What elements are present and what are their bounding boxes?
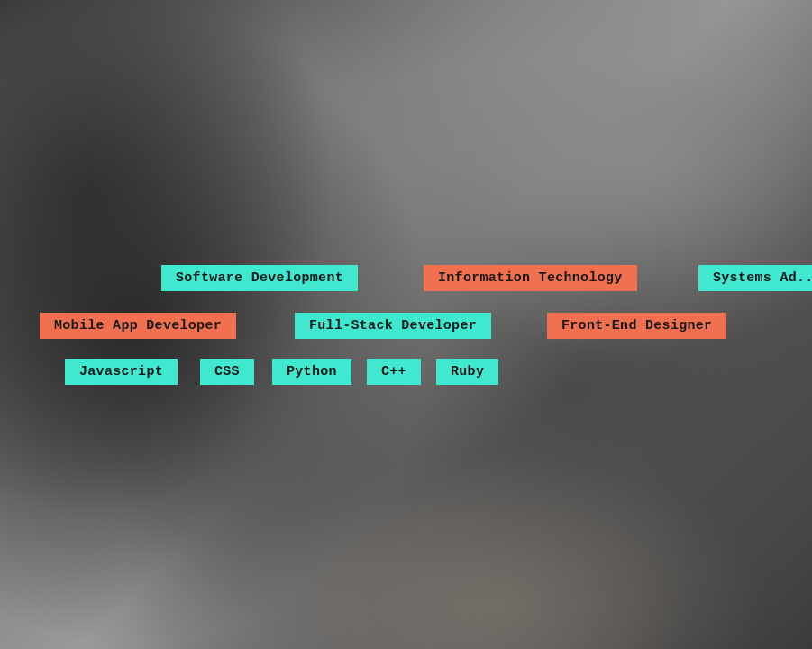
tag-python[interactable]: Python (272, 359, 351, 385)
tag-systems-admin[interactable]: Systems Ad... (698, 265, 812, 291)
tag-cpp[interactable]: C++ (367, 359, 421, 385)
tag-javascript[interactable]: Javascript (65, 359, 178, 385)
tag-fullstack-developer[interactable]: Full-Stack Developer (295, 313, 491, 339)
tags-container: Software Development Information Technol… (0, 0, 812, 649)
tag-mobile-app-developer[interactable]: Mobile App Developer (40, 313, 236, 339)
tag-information-technology[interactable]: Information Technology (424, 265, 637, 291)
tag-ruby[interactable]: Ruby (436, 359, 498, 385)
tag-frontend-designer[interactable]: Front-End Designer (547, 313, 726, 339)
tag-css[interactable]: CSS (200, 359, 254, 385)
tag-software-development[interactable]: Software Development (161, 265, 358, 291)
